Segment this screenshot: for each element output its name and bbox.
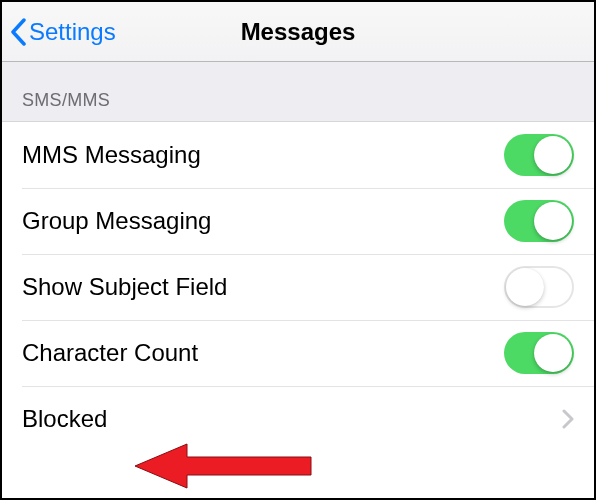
row-label: Group Messaging	[22, 207, 211, 235]
row-mms-messaging: MMS Messaging	[2, 122, 594, 188]
row-blocked[interactable]: Blocked	[2, 386, 594, 452]
row-group-messaging: Group Messaging	[2, 188, 594, 254]
row-label: Blocked	[22, 405, 107, 433]
nav-bar: Settings Messages	[2, 2, 594, 62]
chevron-left-icon	[10, 18, 27, 46]
page-title: Messages	[241, 18, 356, 46]
back-button[interactable]: Settings	[10, 18, 116, 46]
toggle-group-messaging[interactable]	[504, 200, 574, 242]
toggle-knob	[534, 136, 572, 174]
row-label: MMS Messaging	[22, 141, 201, 169]
toggle-mms-messaging[interactable]	[504, 134, 574, 176]
row-label: Show Subject Field	[22, 273, 227, 301]
toggle-character-count[interactable]	[504, 332, 574, 374]
toggle-knob	[534, 334, 572, 372]
row-label: Character Count	[22, 339, 198, 367]
toggle-knob	[506, 268, 544, 306]
toggle-knob	[534, 202, 572, 240]
back-label: Settings	[29, 18, 116, 46]
chevron-right-icon	[562, 409, 574, 429]
toggle-show-subject-field[interactable]	[504, 266, 574, 308]
section-header-sms-mms: SMS/MMS	[2, 62, 594, 122]
row-show-subject-field: Show Subject Field	[2, 254, 594, 320]
row-character-count: Character Count	[2, 320, 594, 386]
